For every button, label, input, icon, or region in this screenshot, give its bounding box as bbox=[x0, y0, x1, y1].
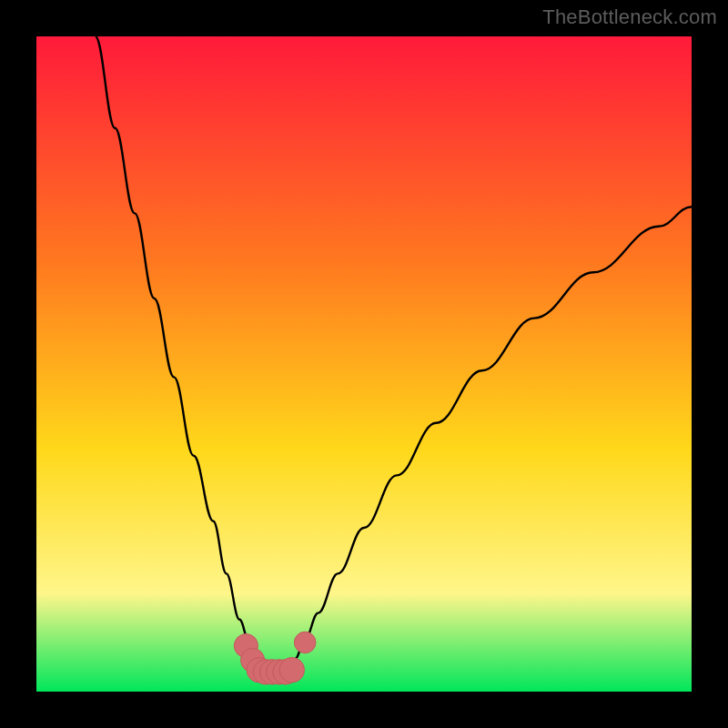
left-curve bbox=[96, 36, 260, 669]
valley-markers bbox=[234, 632, 316, 684]
plot-area bbox=[36, 36, 692, 692]
valley-marker bbox=[279, 658, 304, 682]
valley-marker bbox=[294, 632, 316, 653]
watermark-text: TheBottleneck.com bbox=[542, 5, 717, 29]
curve-layer bbox=[36, 36, 692, 692]
chart-frame: TheBottleneck.com bbox=[0, 0, 728, 728]
right-curve bbox=[288, 207, 692, 669]
